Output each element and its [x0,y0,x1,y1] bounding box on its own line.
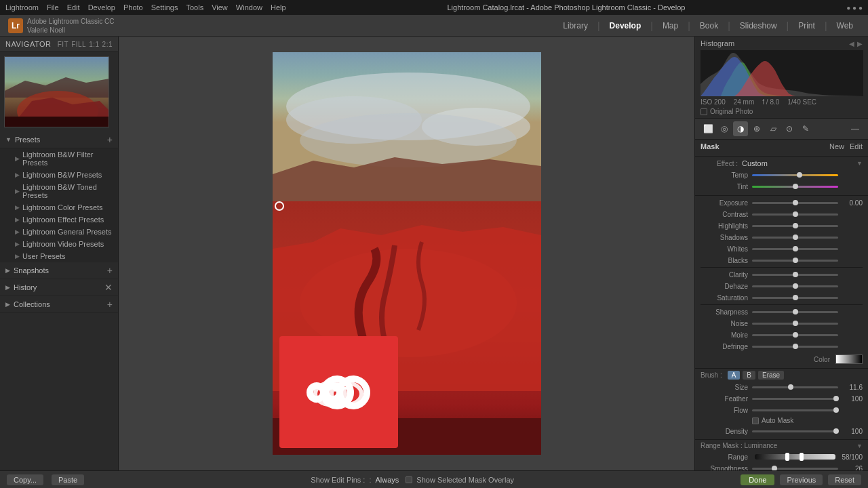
history-x[interactable]: ✕ [104,282,113,293]
zoom1-btn[interactable]: 1:1 [89,41,99,48]
copy-btn[interactable]: Copy... [7,474,43,485]
menu-photo[interactable]: Photo [123,3,143,12]
whites-track[interactable] [752,248,838,250]
fill-btn[interactable]: FILL [71,41,86,48]
defringe-thumb[interactable] [793,344,798,349]
sharpness-thumb[interactable] [793,309,798,314]
masking-tool[interactable]: ◑ [733,121,748,136]
reset-btn[interactable]: Reset [828,474,861,485]
menu-develop[interactable]: Develop [88,3,115,12]
paste-btn[interactable]: Paste [52,474,84,485]
preset-effect[interactable]: ▶ Lightroom Effect Presets [0,214,118,226]
tab-develop[interactable]: Develop [603,18,648,33]
menu-window[interactable]: Window [236,3,262,12]
range-left-thumb[interactable] [785,453,789,461]
menu-file[interactable]: File [47,3,59,12]
snapshots-add[interactable]: + [107,265,113,276]
tab-library[interactable]: Library [556,18,595,33]
moire-track[interactable] [752,334,838,336]
mask-new-btn[interactable]: New [829,142,844,150]
blacks-thumb[interactable] [793,258,798,263]
collections-section[interactable]: ▶ Collections + [0,296,118,313]
noise-thumb[interactable] [793,321,798,326]
tint-slider-track[interactable] [752,186,838,188]
smoothness-track[interactable] [752,468,838,470]
preset-color[interactable]: ▶ Lightroom Color Presets [0,201,118,214]
presets-add[interactable]: + [107,134,113,145]
temp-slider-track[interactable] [752,174,838,176]
tab-slideshow[interactable]: Slideshow [733,18,784,33]
white-balance-tool[interactable]: — [848,121,863,136]
fit-btn[interactable]: FIT [58,41,69,48]
brush-flow-thumb[interactable] [833,407,839,413]
range-gradient-track[interactable] [755,454,835,460]
preset-bw-toned[interactable]: ▶ Lightroom B&W Toned Presets [0,181,118,201]
brush-erase-btn[interactable]: Erase [758,371,784,380]
presets-section[interactable]: ▼ Presets + [0,131,118,148]
highlights-track[interactable] [752,225,838,227]
spot-removal-tool[interactable]: ◎ [717,121,732,136]
range-right-thumb[interactable] [800,453,804,461]
dehaze-thumb[interactable] [793,283,798,289]
moire-thumb[interactable] [793,332,798,338]
saturation-thumb[interactable] [793,295,798,300]
brush-density-track[interactable] [752,430,838,432]
original-photo-checkbox[interactable] [701,108,707,115]
zoom2-btn[interactable]: 2:1 [102,41,113,48]
menu-settings[interactable]: Settings [151,3,178,12]
tab-web[interactable]: Web [830,18,860,33]
previous-btn[interactable]: Previous [780,474,823,485]
tint-thumb[interactable] [793,184,798,189]
preset-user[interactable]: ▶ User Presets [0,250,118,262]
preset-video[interactable]: ▶ Lightroom Video Presets [0,238,118,250]
clarity-thumb[interactable] [793,272,798,277]
clarity-track[interactable] [752,274,838,276]
tab-book[interactable]: Book [693,18,725,33]
defringe-track[interactable] [752,346,838,348]
dehaze-track[interactable] [752,285,838,287]
menu-help[interactable]: Help [271,3,286,12]
menu-lightroom[interactable]: Lightroom [5,3,39,12]
effect-dropdown[interactable]: Custom ▼ [742,159,863,167]
whites-thumb[interactable] [793,246,798,251]
auto-mask-checkbox[interactable] [752,418,759,424]
crop-tool[interactable]: ⬜ [701,121,715,136]
brush-a-btn[interactable]: A [728,371,741,380]
menu-view[interactable]: View [212,3,228,12]
exposure-track[interactable] [752,202,838,204]
history-section[interactable]: ▶ History ✕ [0,279,118,296]
brush-flow-track[interactable] [752,409,838,411]
highlights-thumb[interactable] [793,223,798,228]
histogram-left-arrow[interactable]: ◀ [849,40,854,47]
smoothness-thumb[interactable] [772,466,777,470]
exposure-thumb[interactable] [793,200,798,205]
adjustment-brush-tool[interactable]: ✎ [798,121,813,136]
shadows-thumb[interactable] [793,235,798,240]
sharpness-track[interactable] [752,311,838,313]
brush-density-thumb[interactable] [833,428,839,434]
noise-track[interactable] [752,323,838,325]
collections-add[interactable]: + [107,299,113,310]
menu-tools[interactable]: Tools [186,3,203,12]
saturation-track[interactable] [752,297,838,299]
snapshots-section[interactable]: ▶ Snapshots + [0,262,118,279]
preset-bw-filter[interactable]: ▶ Lightroom B&W Filter Presets [0,148,118,169]
brush-b-btn[interactable]: B [743,371,755,380]
shadows-track[interactable] [752,237,838,239]
done-btn[interactable]: Done [741,474,774,485]
brush-feather-track[interactable] [752,398,838,400]
brush-feather-thumb[interactable] [833,396,839,401]
graduated-filter-tool[interactable]: ▱ [766,121,781,136]
contrast-thumb[interactable] [793,211,798,217]
color-swatch[interactable] [835,354,863,364]
mask-edit-btn[interactable]: Edit [850,142,863,150]
brush-size-thumb[interactable] [788,384,793,390]
contrast-track[interactable] [752,214,838,216]
preset-bw[interactable]: ▶ Lightroom B&W Presets [0,169,118,181]
radial-filter-tool[interactable]: ⊙ [782,121,797,136]
brush-size-track[interactable] [752,386,838,388]
temp-thumb[interactable] [797,172,802,178]
edit-pins-value[interactable]: Always [375,476,399,484]
show-mask-checkbox[interactable] [406,476,412,483]
tab-print[interactable]: Print [791,18,822,33]
